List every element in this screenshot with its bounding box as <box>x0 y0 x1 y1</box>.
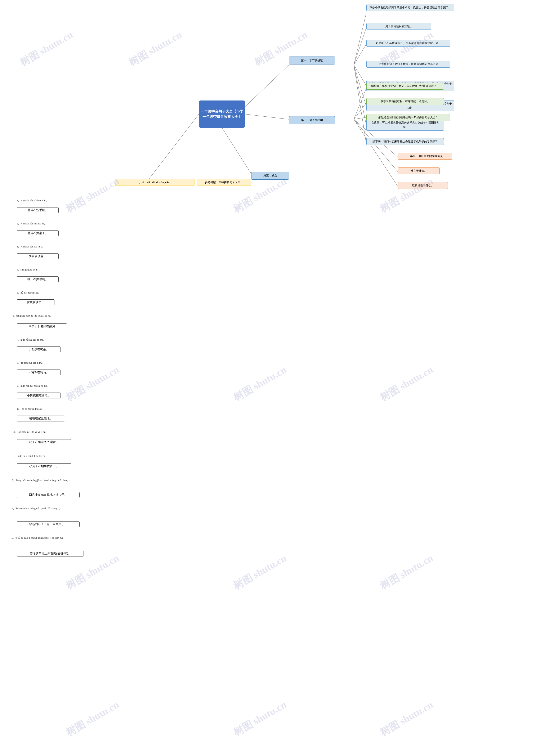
branch2-label: 第二，句子的结构 <box>289 116 335 124</box>
item5-pinyin: 5、nǚ hái zài dú shū。 <box>17 291 40 295</box>
watermark-9: 树图 shutu.cn <box>231 363 289 404</box>
svg-line-8 <box>354 65 366 145</box>
item9-chinese: 小男孩在吃西瓜。 <box>17 393 61 398</box>
svg-line-3 <box>354 44 366 65</box>
branch1-child-8: 接下来，我们一起来看看这份注音音成句子的专项练习 <box>366 138 444 145</box>
branch1-child-1: 不少小朋友已经学完了前三个单元，换言之，拼音已经全部学完了。 <box>366 4 454 11</box>
svg-line-6 <box>354 65 366 107</box>
item15-chinese: 碧绿的草地上开着美丽的鲜花。 <box>17 551 84 556</box>
branch1-child-4: 一个完整的句子必须有标点，拼音适词成句也不例外。 <box>366 61 450 68</box>
watermark-13: 树图 shutu.cn <box>378 551 436 593</box>
item15-pinyin: 15、bǐ lǜ de cǎo dì shàng kāi zhe měi lì … <box>11 536 90 540</box>
item9-pinyin: 9、xiǎo nán hái zài chī xī guā。 <box>17 384 50 388</box>
branch2-child-2: 在学习拼音的过程，有这样的一道题目。 <box>366 98 444 105</box>
item12-chinese: 小兔子在地里拔萝卜。 <box>17 463 71 469</box>
branch2-sub-2: 谁在干什么。 <box>398 168 440 174</box>
branch2-child-3: 那这道题目到底难在哪里呢一年级拼音句子大全？ <box>366 114 450 121</box>
item2-chinese: 荫苗在擦桌子。 <box>17 230 59 236</box>
branch1-child-2: 属于拼音题目的难题。 <box>366 23 431 30</box>
svg-line-9 <box>245 114 289 119</box>
page: 树图 shutu.cn 树图 shutu.cn 树图 shutu.cn 树图 s… <box>0 0 536 756</box>
item14-pinyin: 14、lǜ sè de yè zi shàng yǒu yī tiáo dà c… <box>11 507 86 510</box>
svg-line-2 <box>354 27 366 65</box>
item8-pinyin: 8、dà jiàng jūn zài qí mǎ。 <box>17 361 45 365</box>
item2-pinyin: 2、yīn miáo zài cā zhuō zi。 <box>17 222 46 225</box>
watermark-7: 树图 shutu.cn <box>378 175 436 216</box>
ref-label: 1、yīn miáo zài xǐ shōu juǎn。 <box>115 179 195 186</box>
connectors-svg <box>0 0 536 756</box>
svg-line-17 <box>147 114 199 182</box>
watermark-10: 树图 shutu.cn <box>378 363 436 404</box>
branch1-child-3: 如果孩子不会拼读音节，那么这道题目就肯定做不来。 <box>366 40 450 47</box>
svg-line-7 <box>354 65 366 126</box>
center-node-text: 一年级拼音句子大全【小学一年级带拼音故事大全】 <box>199 109 245 119</box>
item8-chinese: 大将军在骑马。 <box>17 370 61 376</box>
watermark-11: 树图 shutu.cn <box>63 551 121 593</box>
item11-chinese: 社工在给老爷爷理发。 <box>17 439 71 445</box>
item6-chinese: 同学们和老师在拔河 <box>17 323 67 329</box>
watermark-15: 树图 shutu.cn <box>231 698 289 739</box>
svg-line-10 <box>354 88 366 119</box>
item7-pinyin: 7、xiǎo nǚ hái zài hē chá。 <box>17 338 46 342</box>
watermark-1: 树图 shutu.cn <box>17 28 75 69</box>
item3-pinyin: 3、yīn miáo zài jiāo huā。 <box>17 245 44 248</box>
branch2-sub-3: 谁和谁在干什么。 <box>398 182 448 189</box>
ref-note: 参考答案一年级拼音句子大全： <box>197 179 251 186</box>
item1-chinese: 荫苗在洗手帕。 <box>17 207 59 213</box>
watermark-2: 树图 shutu.cn <box>126 28 184 69</box>
center-node: 一年级拼音句子大全【小学一年级带拼音故事大全】 <box>199 101 245 128</box>
watermark-14: 树图 shutu.cn <box>63 698 121 739</box>
item4-chinese: 社工在擦玻璃。 <box>17 276 59 282</box>
svg-line-12 <box>354 117 366 119</box>
watermark-8: 树图 shutu.cn <box>63 363 121 404</box>
branch2-child-1: 辅导间一年级拼音句子大全，国庆假期已经接近尾声了。 <box>366 83 444 90</box>
item5-chinese: 女孩在读书。 <box>17 299 54 305</box>
watermark-5: 树图 shutu.cn <box>63 175 121 216</box>
svg-line-1 <box>354 13 366 65</box>
branch1-child-7: 在这里，可以根据实际情况来选择实心点或者小圆圈作句号。 <box>366 119 444 131</box>
item3-chinese: 荫苗在浇花。 <box>17 253 59 259</box>
item11-pinyin: 11、shè gōng gěi lǎo yé yé lǐ fà。 <box>13 430 80 434</box>
item13-pinyin: 13、liǎng zhī xiǎo huáng jī zài cǎo dì sh… <box>11 478 86 482</box>
svg-line-5 <box>354 65 366 86</box>
svg-line-11 <box>354 103 366 119</box>
item1-pinyin: 1、yīn miáo zài xǐ shōu juǎn。 <box>17 199 49 203</box>
item12-pinyin: 12、xiǎo tù zi zài dì lǐ bá luó bo。 <box>13 454 80 458</box>
branch2-sub-1: 一年级上册最重要的句式就是 <box>398 153 452 159</box>
item4-pinyin: 4、shè gōng cā bō li。 <box>17 268 40 272</box>
svg-line-0 <box>245 65 289 107</box>
branch1-label: 第一，音节的拼读 <box>289 56 335 64</box>
svg-line-16 <box>222 128 251 174</box>
watermark-16: 树图 shutu.cn <box>378 698 436 739</box>
item6-pinyin: 6、tóng xué men hé lǎo shī zài bá hé。 <box>13 314 80 317</box>
watermark-12: 树图 shutu.cn <box>231 551 289 593</box>
item10-chinese: 爸爸在家里拖地。 <box>17 415 65 421</box>
item10-pinyin: 10、bà ba zài jiā lǐ tuō dì。 <box>17 407 45 411</box>
branch3-label: 第三，标点 <box>251 172 289 180</box>
item13-chinese: 两只小黄鸡在草地上捉虫子。 <box>17 492 80 498</box>
item7-chinese: 小女孩在喝茶。 <box>17 346 61 352</box>
item14-chinese: 绿色的叶子上有一条大虫子。 <box>17 521 80 527</box>
